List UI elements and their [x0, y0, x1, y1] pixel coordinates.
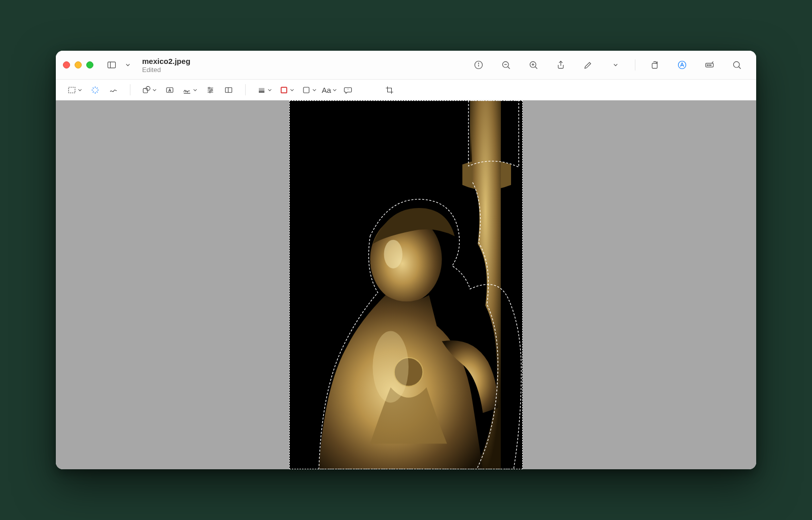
shapes-tool[interactable] [140, 83, 159, 97]
chevron-down-icon [332, 88, 337, 92]
form-fill-button[interactable] [701, 58, 718, 72]
border-color-icon [279, 85, 289, 95]
note-tool[interactable]: “” [340, 83, 355, 97]
svg-line-27 [92, 91, 93, 92]
svg-point-52 [373, 331, 409, 402]
signature-icon [182, 85, 192, 95]
zoom-in-icon [528, 60, 538, 70]
image-canvas[interactable] [289, 100, 523, 469]
svg-rect-39 [225, 87, 232, 92]
font-label: Aa [322, 86, 331, 94]
highlight-menu-chevron[interactable] [607, 58, 624, 72]
svg-point-34 [208, 87, 210, 88]
chevron-down-icon [125, 62, 130, 67]
titlebar-actions [470, 58, 745, 72]
chevron-down-icon [152, 88, 157, 92]
markup-icon [677, 60, 687, 70]
svg-rect-20 [69, 87, 75, 92]
sketch-icon [109, 85, 118, 95]
adjust-size-tool[interactable] [221, 83, 236, 97]
window-controls [63, 61, 93, 68]
search-icon [732, 60, 742, 70]
instant-alpha-tool[interactable] [87, 83, 103, 97]
text-tool[interactable] [162, 83, 177, 97]
svg-line-28 [96, 87, 97, 88]
separator [130, 84, 130, 95]
selection-tool[interactable] [65, 83, 84, 97]
highlighter-icon [583, 60, 593, 70]
svg-point-38 [209, 91, 211, 92]
svg-rect-44 [281, 87, 287, 92]
svg-rect-0 [108, 62, 116, 68]
rotate-icon [650, 60, 660, 70]
sidebar-menu-chevron[interactable] [120, 58, 136, 72]
selection-rect-icon [67, 85, 77, 95]
svg-line-26 [96, 91, 97, 92]
minimize-window-button[interactable] [75, 61, 82, 68]
canvas-area[interactable] [56, 100, 756, 469]
svg-rect-45 [303, 87, 309, 92]
zoom-out-button[interactable] [498, 58, 514, 72]
chevron-down-icon [613, 62, 618, 67]
redact-icon [704, 60, 715, 70]
markup-toolbar: Aa “” [56, 79, 756, 100]
document-status: Edited [142, 66, 190, 74]
shapes-icon [142, 85, 151, 95]
sliders-icon [206, 85, 215, 95]
separator [245, 84, 246, 95]
crop-tool[interactable] [382, 83, 397, 97]
svg-text:“”: “” [347, 88, 349, 91]
fill-color-icon [301, 85, 311, 95]
svg-rect-29 [143, 88, 148, 93]
search-button[interactable] [729, 58, 745, 72]
svg-point-16 [708, 65, 709, 66]
svg-point-18 [733, 61, 739, 67]
zoom-out-icon [501, 60, 511, 70]
svg-point-17 [710, 65, 712, 66]
text-box-icon [165, 85, 175, 95]
separator [635, 59, 635, 71]
svg-point-36 [211, 89, 212, 90]
markup-toggle-button[interactable] [674, 58, 690, 72]
chevron-down-icon [312, 88, 317, 92]
sidebar-toggle-button[interactable] [104, 58, 120, 72]
svg-line-6 [508, 67, 510, 69]
line-style-tool[interactable] [255, 83, 274, 97]
share-button[interactable] [553, 58, 569, 72]
svg-point-15 [707, 65, 708, 66]
title-block: mexico2.jpeg Edited [142, 57, 190, 74]
preview-window: mexico2.jpeg Edited [56, 51, 756, 469]
fill-color-tool[interactable] [299, 83, 319, 97]
chevron-down-icon [267, 88, 272, 92]
font-style-tool[interactable]: Aa [322, 86, 337, 94]
chevron-down-icon [78, 88, 82, 92]
chevron-down-icon [193, 88, 197, 92]
rotate-button[interactable] [647, 58, 663, 72]
sidebar-icon [107, 60, 117, 70]
document-title[interactable]: mexico2.jpeg [142, 57, 190, 65]
sketch-tool[interactable] [106, 83, 121, 97]
adjust-color-tool[interactable] [202, 83, 218, 97]
info-icon [473, 60, 484, 70]
magic-wand-icon [90, 85, 100, 95]
share-icon [556, 60, 566, 70]
close-window-button[interactable] [63, 61, 70, 68]
svg-line-25 [92, 87, 93, 88]
svg-point-51 [384, 240, 402, 269]
image-content [289, 100, 523, 469]
highlight-button[interactable] [580, 58, 596, 72]
zoom-in-button[interactable] [525, 58, 542, 72]
svg-line-9 [535, 67, 537, 69]
border-color-tool[interactable] [277, 83, 296, 97]
crop-icon [385, 85, 394, 95]
sign-tool[interactable] [180, 83, 199, 97]
svg-rect-12 [652, 63, 657, 68]
speech-bubble-icon: “” [343, 85, 353, 95]
fullscreen-window-button[interactable] [86, 61, 93, 68]
inspector-button[interactable] [470, 58, 487, 72]
line-weight-icon [257, 85, 266, 95]
svg-point-4 [479, 63, 479, 63]
svg-line-19 [739, 67, 741, 69]
resize-icon [224, 85, 233, 95]
chevron-down-icon [290, 88, 294, 92]
